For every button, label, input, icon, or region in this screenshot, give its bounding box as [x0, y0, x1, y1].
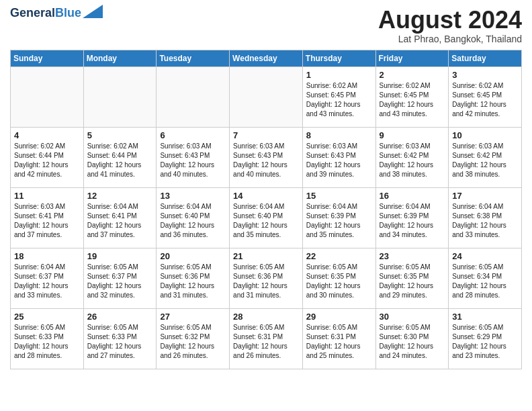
calendar-cell: 23Sunrise: 6:05 AMSunset: 6:35 PMDayligh…	[375, 248, 449, 308]
title-area: August 2024 Lat Phrao, Bangkok, Thailand	[378, 7, 522, 44]
day-number: 7	[233, 130, 299, 140]
calendar-cell: 7Sunrise: 6:03 AMSunset: 6:43 PMDaylight…	[230, 127, 303, 187]
day-number: 8	[306, 130, 372, 140]
day-info: Sunrise: 6:04 AMSunset: 6:40 PMDaylight:…	[160, 202, 226, 240]
calendar-cell: 31Sunrise: 6:05 AMSunset: 6:29 PMDayligh…	[449, 308, 522, 369]
calendar-cell: 1Sunrise: 6:02 AMSunset: 6:45 PMDaylight…	[302, 66, 375, 127]
calendar-cell: 18Sunrise: 6:04 AMSunset: 6:37 PMDayligh…	[11, 248, 84, 308]
week-row-0: 1Sunrise: 6:02 AMSunset: 6:45 PMDaylight…	[11, 66, 522, 127]
week-row-1: 4Sunrise: 6:02 AMSunset: 6:44 PMDaylight…	[11, 127, 522, 187]
calendar-cell: 12Sunrise: 6:04 AMSunset: 6:41 PMDayligh…	[83, 187, 157, 248]
day-number: 1	[306, 70, 372, 80]
calendar-cell: 27Sunrise: 6:05 AMSunset: 6:32 PMDayligh…	[157, 308, 230, 369]
day-number: 4	[14, 130, 80, 140]
day-number: 17	[452, 191, 518, 201]
day-number: 11	[14, 191, 80, 201]
day-number: 20	[160, 251, 226, 261]
day-info: Sunrise: 6:04 AMSunset: 6:37 PMDaylight:…	[14, 263, 80, 300]
day-info: Sunrise: 6:05 AMSunset: 6:36 PMDaylight:…	[160, 263, 226, 300]
day-info: Sunrise: 6:03 AMSunset: 6:42 PMDaylight:…	[380, 142, 445, 179]
day-info: Sunrise: 6:02 AMSunset: 6:45 PMDaylight:…	[306, 81, 372, 119]
weekday-header-tuesday: Tuesday	[157, 50, 230, 66]
calendar-cell: 5Sunrise: 6:02 AMSunset: 6:44 PMDaylight…	[83, 127, 157, 187]
day-number: 30	[380, 312, 445, 322]
calendar-cell: 6Sunrise: 6:03 AMSunset: 6:43 PMDaylight…	[157, 127, 230, 187]
day-info: Sunrise: 6:02 AMSunset: 6:44 PMDaylight:…	[14, 142, 80, 179]
day-info: Sunrise: 6:04 AMSunset: 6:41 PMDaylight:…	[87, 202, 153, 240]
day-number: 25	[14, 312, 80, 322]
day-number: 3	[452, 70, 518, 80]
day-number: 19	[87, 251, 153, 261]
day-number: 21	[233, 251, 299, 261]
calendar-cell: 10Sunrise: 6:03 AMSunset: 6:42 PMDayligh…	[449, 127, 522, 187]
day-number: 15	[306, 191, 372, 201]
day-info: Sunrise: 6:05 AMSunset: 6:33 PMDaylight:…	[87, 323, 153, 361]
calendar-cell: 19Sunrise: 6:05 AMSunset: 6:37 PMDayligh…	[83, 248, 157, 308]
day-info: Sunrise: 6:05 AMSunset: 6:32 PMDaylight:…	[160, 323, 226, 361]
calendar-cell: 28Sunrise: 6:05 AMSunset: 6:31 PMDayligh…	[230, 308, 303, 369]
calendar-cell: 17Sunrise: 6:04 AMSunset: 6:38 PMDayligh…	[449, 187, 522, 248]
day-number: 31	[452, 312, 518, 322]
calendar-cell	[11, 66, 84, 127]
calendar-cell	[230, 66, 303, 127]
calendar-cell	[83, 66, 157, 127]
day-info: Sunrise: 6:04 AMSunset: 6:39 PMDaylight:…	[306, 202, 372, 240]
day-info: Sunrise: 6:05 AMSunset: 6:37 PMDaylight:…	[87, 263, 153, 300]
day-info: Sunrise: 6:05 AMSunset: 6:35 PMDaylight:…	[306, 263, 372, 300]
weekday-header-thursday: Thursday	[302, 50, 375, 66]
calendar-cell: 3Sunrise: 6:02 AMSunset: 6:45 PMDaylight…	[449, 66, 522, 127]
day-number: 2	[380, 70, 445, 80]
day-info: Sunrise: 6:02 AMSunset: 6:44 PMDaylight:…	[87, 142, 153, 179]
weekday-header-saturday: Saturday	[449, 50, 522, 66]
calendar-cell: 20Sunrise: 6:05 AMSunset: 6:36 PMDayligh…	[157, 248, 230, 308]
day-number: 6	[160, 130, 226, 140]
day-number: 5	[87, 130, 153, 140]
day-info: Sunrise: 6:05 AMSunset: 6:36 PMDaylight:…	[233, 263, 299, 300]
calendar-cell: 21Sunrise: 6:05 AMSunset: 6:36 PMDayligh…	[230, 248, 303, 308]
day-info: Sunrise: 6:05 AMSunset: 6:33 PMDaylight:…	[14, 323, 80, 361]
day-info: Sunrise: 6:03 AMSunset: 6:43 PMDaylight:…	[160, 142, 226, 179]
day-number: 18	[14, 251, 80, 261]
day-info: Sunrise: 6:04 AMSunset: 6:39 PMDaylight:…	[380, 202, 445, 240]
svg-marker-0	[83, 5, 103, 18]
day-number: 12	[87, 191, 153, 201]
day-number: 22	[306, 251, 372, 261]
weekday-header-monday: Monday	[83, 50, 157, 66]
day-info: Sunrise: 6:05 AMSunset: 6:31 PMDaylight:…	[233, 323, 299, 361]
day-info: Sunrise: 6:05 AMSunset: 6:29 PMDaylight:…	[452, 323, 518, 361]
day-number: 14	[233, 191, 299, 201]
day-number: 29	[306, 312, 372, 322]
calendar-cell: 25Sunrise: 6:05 AMSunset: 6:33 PMDayligh…	[11, 308, 84, 369]
calendar-cell: 22Sunrise: 6:05 AMSunset: 6:35 PMDayligh…	[302, 248, 375, 308]
logo-text: GeneralBlue	[10, 7, 81, 19]
calendar-cell: 26Sunrise: 6:05 AMSunset: 6:33 PMDayligh…	[83, 308, 157, 369]
header: GeneralBlue August 2024 Lat Phrao, Bangk…	[10, 7, 522, 44]
day-info: Sunrise: 6:05 AMSunset: 6:35 PMDaylight:…	[380, 263, 445, 300]
calendar-cell: 9Sunrise: 6:03 AMSunset: 6:42 PMDaylight…	[375, 127, 449, 187]
day-number: 9	[380, 130, 445, 140]
day-number: 24	[452, 251, 518, 261]
week-row-3: 18Sunrise: 6:04 AMSunset: 6:37 PMDayligh…	[11, 248, 522, 308]
logo-icon	[83, 5, 103, 18]
location: Lat Phrao, Bangkok, Thailand	[378, 34, 522, 44]
day-info: Sunrise: 6:04 AMSunset: 6:38 PMDaylight:…	[452, 202, 518, 240]
day-info: Sunrise: 6:03 AMSunset: 6:43 PMDaylight:…	[233, 142, 299, 179]
calendar-cell: 14Sunrise: 6:04 AMSunset: 6:40 PMDayligh…	[230, 187, 303, 248]
calendar-cell	[157, 66, 230, 127]
weekday-header-row: SundayMondayTuesdayWednesdayThursdayFrid…	[11, 50, 522, 66]
day-info: Sunrise: 6:02 AMSunset: 6:45 PMDaylight:…	[380, 81, 445, 119]
month-year: August 2024	[378, 7, 522, 34]
weekday-header-wednesday: Wednesday	[230, 50, 303, 66]
day-info: Sunrise: 6:05 AMSunset: 6:30 PMDaylight:…	[380, 323, 445, 361]
day-info: Sunrise: 6:03 AMSunset: 6:41 PMDaylight:…	[14, 202, 80, 240]
calendar-cell: 4Sunrise: 6:02 AMSunset: 6:44 PMDaylight…	[11, 127, 84, 187]
weekday-header-friday: Friday	[375, 50, 449, 66]
calendar-cell: 16Sunrise: 6:04 AMSunset: 6:39 PMDayligh…	[375, 187, 449, 248]
calendar-cell: 11Sunrise: 6:03 AMSunset: 6:41 PMDayligh…	[11, 187, 84, 248]
day-number: 27	[160, 312, 226, 322]
logo: GeneralBlue	[10, 7, 103, 19]
calendar-table: SundayMondayTuesdayWednesdayThursdayFrid…	[10, 50, 522, 369]
calendar-cell: 8Sunrise: 6:03 AMSunset: 6:43 PMDaylight…	[302, 127, 375, 187]
day-number: 26	[87, 312, 153, 322]
calendar-cell: 13Sunrise: 6:04 AMSunset: 6:40 PMDayligh…	[157, 187, 230, 248]
